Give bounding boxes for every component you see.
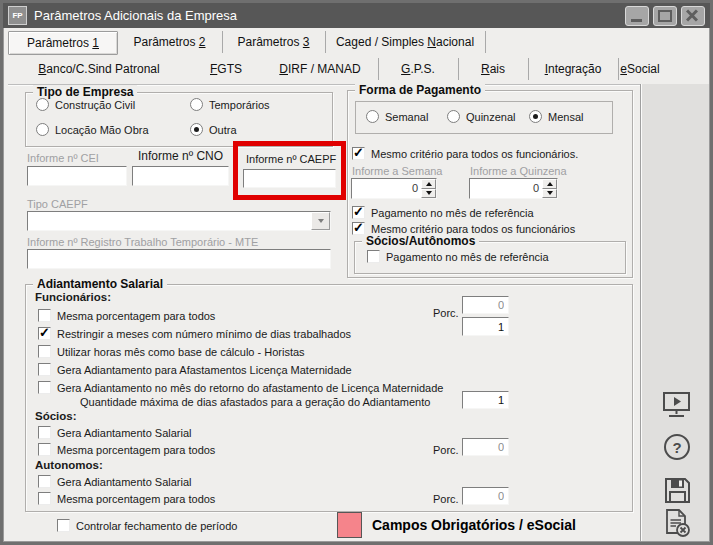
radio-icon[interactable] (447, 110, 460, 123)
cancel-document-icon (661, 507, 692, 538)
tab-parametros-3[interactable]: Parâmetros 3 (222, 31, 326, 53)
checkbox-icon[interactable] (352, 147, 365, 160)
checkbox-pagamento-mes-referencia[interactable]: Pagamento no mês de referência (352, 206, 534, 219)
spin-down-icon[interactable] (421, 189, 436, 199)
checkbox-icon[interactable] (57, 519, 70, 532)
checkbox-icon[interactable] (38, 327, 51, 340)
checkbox-icon[interactable] (352, 206, 365, 219)
tab-fgts[interactable]: FGTS (190, 58, 262, 80)
save-button[interactable] (660, 473, 693, 506)
svg-text:?: ? (672, 438, 681, 455)
checkbox-autonomos-mesma-porcentagem[interactable]: Mesma porcentagem para todos (38, 492, 215, 505)
radio-outra[interactable]: Outra (190, 123, 237, 136)
checkbox-controlar-fechamento[interactable]: Controlar fechamento de período (57, 519, 237, 532)
checkbox-icon[interactable] (38, 381, 51, 394)
checkbox-icon[interactable] (38, 492, 51, 505)
tab-dirf-manad[interactable]: DIRF / MANAD (262, 58, 379, 80)
video-tutorial-icon (660, 390, 693, 420)
label-tipo-caepf: Tipo CAEPF (27, 198, 88, 210)
checkbox-autonomos-gera-adiantamento[interactable]: Gera Adiantamento Salarial (38, 475, 192, 488)
funcionarios-porc-input[interactable] (462, 296, 509, 314)
checkbox-socios-mesma-porcentagem[interactable]: Mesma porcentagem para todos (38, 443, 215, 456)
checkbox-icon[interactable] (38, 363, 51, 376)
checkbox-icon[interactable] (38, 426, 51, 439)
save-icon (662, 475, 692, 505)
maximize-button[interactable] (653, 6, 677, 26)
tab-parametros-2[interactable]: Parâmetros 2 (117, 31, 223, 53)
required-fields-legend: Campos Obrigatórios / eSocial (372, 517, 576, 533)
registro-mte-input[interactable] (27, 249, 331, 269)
radio-icon[interactable] (366, 110, 379, 123)
label-quantidade-maxima: Quantidade máxima de dias afastados para… (80, 396, 430, 408)
label-informe-quinzena: Informe a Quinzena (470, 165, 567, 177)
quantidade-maxima-input[interactable] (462, 391, 509, 409)
title-bar: FP Parâmetros Adicionais da Empresa (3, 3, 710, 28)
content-separator (640, 84, 641, 541)
min-dias-input[interactable] (462, 317, 509, 336)
caepf-required-highlight (233, 141, 346, 200)
dialog-parametros-adicionais: FP Parâmetros Adicionais da Empresa Parâ… (0, 0, 713, 545)
window-title: Parâmetros Adicionais da Empresa (34, 8, 237, 23)
checkbox-socios-pagamento-mes[interactable]: Pagamento no mês de referência (367, 250, 549, 263)
label-informe-cei: Informe nº CEI (27, 152, 99, 164)
checkbox-mesmo-criterio-funcionarios[interactable]: Mesmo critério para todos os funcionário… (352, 147, 578, 160)
checkbox-horistas[interactable]: Utilizar horas mês como base de cálculo … (38, 345, 305, 358)
help-button[interactable]: ? (660, 430, 693, 463)
spin-up-icon[interactable] (421, 179, 436, 189)
radio-icon[interactable] (36, 123, 49, 136)
required-field-color-swatch (337, 512, 362, 538)
header-funcionarios: Funcionários: (35, 291, 111, 303)
tab-parametros-1[interactable]: Parâmetros 1 (8, 31, 118, 55)
label-porc-funcionarios: Porc. (433, 307, 459, 319)
radio-icon[interactable] (529, 110, 542, 123)
label-registro-mte: Informe nº Registro Trabalho Temporário … (27, 236, 258, 248)
label-porc-socios: Porc. (433, 444, 459, 456)
checkbox-icon[interactable] (38, 309, 51, 322)
chevron-down-icon[interactable] (311, 212, 330, 230)
cno-input[interactable] (132, 166, 229, 186)
radio-icon[interactable] (190, 98, 203, 111)
minimize-button[interactable] (625, 6, 649, 26)
spin-down-icon[interactable] (542, 189, 557, 199)
app-fp-icon: FP (8, 6, 27, 25)
checkbox-gera-afastamentos[interactable]: Gera Adiantamento para Afastamentos Lice… (38, 363, 352, 376)
autonomos-porc-input[interactable] (462, 487, 509, 505)
tab-integracao[interactable]: Integração (528, 58, 619, 80)
checkbox-mesma-porcentagem-funcionarios[interactable]: Mesma porcentagem para todos (38, 309, 215, 322)
tab-esocial[interactable]: eSocial (618, 58, 662, 80)
minimize-icon (631, 19, 642, 22)
socios-porc-input[interactable] (462, 438, 509, 456)
checkbox-socios-gera-adiantamento[interactable]: Gera Adiantamento Salarial (38, 426, 192, 439)
checkbox-restringir-meses[interactable]: Restringir a meses com número mínimo de … (38, 327, 351, 340)
tab-banco-csind-patronal[interactable]: Banco/C.Sind Patronal (8, 58, 190, 80)
maximize-icon (658, 10, 672, 22)
quinzena-spinner[interactable]: 0 (469, 178, 558, 199)
checkbox-icon[interactable] (38, 475, 51, 488)
radio-quinzenal[interactable]: Quinzenal (447, 110, 516, 123)
video-tutorial-button[interactable] (660, 388, 693, 421)
label-porc-autonomos: Porc. (433, 493, 459, 505)
radio-icon[interactable] (36, 98, 49, 111)
cei-input[interactable] (27, 166, 127, 186)
radio-temporarios[interactable]: Temporários (190, 98, 270, 111)
tab-gps[interactable]: G.P.S. (378, 58, 459, 80)
checkbox-icon[interactable] (38, 345, 51, 358)
cancel-document-button[interactable] (660, 506, 693, 539)
checkbox-icon[interactable] (38, 443, 51, 456)
checkbox-icon[interactable] (367, 250, 380, 263)
label-informe-semana: Informe a Semana (352, 165, 443, 177)
spin-up-icon[interactable] (542, 179, 557, 189)
radio-construcao-civil[interactable]: Construção Civil (36, 98, 135, 111)
tab-caged-simples-nacional[interactable]: Caged / Simples Nacional (325, 31, 486, 53)
tab-rais[interactable]: Rais (458, 58, 529, 80)
radio-locacao-mao-obra[interactable]: Locação Mão Obra (36, 123, 149, 136)
help-icon: ? (662, 432, 692, 462)
semana-spinner[interactable]: 0 (351, 178, 437, 199)
tipo-caepf-dropdown[interactable] (27, 211, 331, 231)
radio-semanal[interactable]: Semanal (366, 110, 428, 123)
close-button[interactable] (681, 6, 705, 26)
radio-icon[interactable] (190, 123, 203, 136)
header-autonomos: Autonomos: (35, 459, 103, 471)
checkbox-gera-retorno-maternidade[interactable]: Gera Adiantamento no mês do retorno do a… (38, 381, 443, 394)
radio-mensal[interactable]: Mensal (529, 110, 583, 123)
